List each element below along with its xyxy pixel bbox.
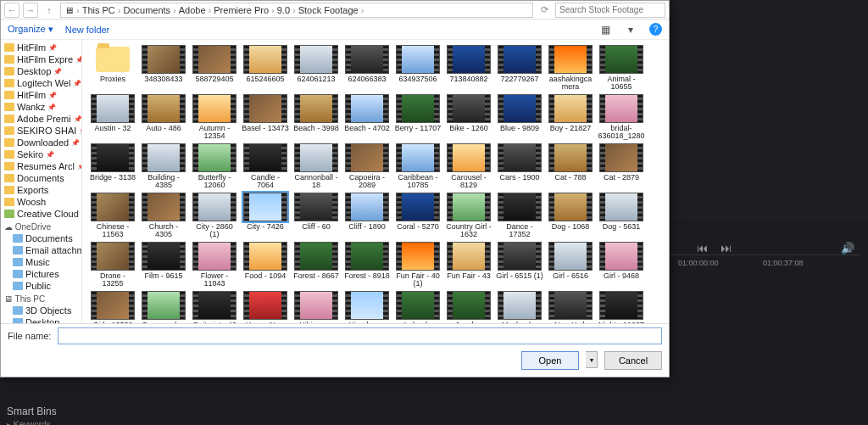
- file-item[interactable]: Cliff - 60: [292, 193, 340, 240]
- file-item[interactable]: New York City - 7260: [547, 291, 594, 323]
- nav-forward-icon[interactable]: →: [23, 3, 38, 18]
- help-icon[interactable]: ?: [649, 23, 662, 36]
- sidebar-item[interactable]: Woosh: [1, 196, 81, 208]
- smart-bins-header[interactable]: Smart Bins: [7, 405, 57, 417]
- cancel-button[interactable]: Cancel: [604, 351, 662, 370]
- file-item[interactable]: 722779267: [496, 45, 543, 92]
- file-item[interactable]: Building - 4385: [140, 143, 187, 191]
- file-item[interactable]: 713840882: [445, 45, 492, 92]
- crumb[interactable]: Stock Footage: [298, 5, 359, 15]
- open-dropdown-icon[interactable]: ▾: [586, 351, 598, 368]
- refresh-icon[interactable]: ⟳: [537, 3, 552, 18]
- file-item[interactable]: Cars - 1900: [496, 143, 543, 191]
- file-item[interactable]: Berry - 11707: [394, 94, 442, 142]
- sidebar-item[interactable]: Wankz📌: [1, 101, 81, 113]
- sidebar-item[interactable]: Exports: [1, 184, 81, 196]
- file-item[interactable]: Hibiscus - 8295: [292, 291, 340, 323]
- sidebar-item-creative[interactable]: Creative Cloud Fil: [1, 208, 81, 220]
- file-item[interactable]: 615246605: [242, 45, 289, 92]
- file-item[interactable]: Fun Fair - 40 (1): [394, 242, 442, 289]
- sidebar-item[interactable]: 3D Objects: [1, 305, 81, 316]
- file-item[interactable]: City - 7426: [242, 193, 289, 240]
- file-item[interactable]: Candle - 7064: [242, 143, 289, 191]
- file-item[interactable]: Jungle - 10807: [445, 291, 492, 323]
- file-item[interactable]: Carousel - 8129: [445, 143, 492, 191]
- file-item[interactable]: Guacamole - 8247: [140, 291, 187, 323]
- file-item[interactable]: Butterfly - 12060: [191, 143, 238, 191]
- organize-menu[interactable]: Organize ▾: [8, 24, 53, 35]
- file-item[interactable]: Chinese - 11563: [89, 193, 136, 240]
- sidebar-onedrive-header[interactable]: ☁ OneDrive: [1, 220, 81, 232]
- file-item[interactable]: Flower - 11043: [191, 242, 238, 289]
- file-item[interactable]: Animal - 10655: [598, 45, 645, 92]
- file-item[interactable]: Ireland - 22913: [394, 291, 442, 323]
- sidebar-thispc-header[interactable]: 🖥 This PC: [1, 292, 81, 305]
- file-item[interactable]: Auto - 486: [140, 94, 187, 142]
- file-item[interactable]: Fun Fair - 43: [445, 242, 492, 289]
- file-item[interactable]: bridal-636018_1280: [598, 94, 645, 142]
- sidebar-item[interactable]: HitFilm📌: [1, 42, 81, 53]
- sidebar-item[interactable]: SEKIRO SHAI📌: [1, 125, 81, 137]
- sidebar-item[interactable]: HitFilm📌: [1, 89, 81, 101]
- file-item[interactable]: Film - 9615: [140, 242, 187, 289]
- sidebar-item[interactable]: HitFilm Expre📌: [1, 53, 81, 65]
- file-item[interactable]: Coral - 5270: [394, 193, 442, 240]
- sidebar-item[interactable]: Pictures: [1, 268, 81, 280]
- sidebar-item[interactable]: Desktop: [1, 316, 81, 323]
- file-item[interactable]: Church - 4305: [140, 193, 187, 240]
- sidebar-item[interactable]: Resumes Arcl📌: [1, 160, 81, 172]
- file-item[interactable]: 624061213: [292, 45, 340, 92]
- sidebar-item[interactable]: Documents: [1, 232, 81, 244]
- file-item[interactable]: 634937506: [394, 45, 442, 92]
- new-folder-button[interactable]: New folder: [65, 25, 110, 35]
- file-item[interactable]: Himalaya - 10107: [343, 291, 391, 323]
- file-item[interactable]: Dog - 1068: [547, 193, 594, 240]
- sidebar-item[interactable]: Documents: [1, 172, 81, 184]
- crumb[interactable]: Documents: [123, 5, 170, 15]
- file-item[interactable]: Dog - 5631: [598, 193, 645, 240]
- file-item[interactable]: Drone - 13255: [89, 242, 136, 289]
- file-item[interactable]: City - 2860 (1): [191, 193, 238, 240]
- open-button[interactable]: Open: [521, 351, 579, 370]
- prev-icon[interactable]: ⏮: [697, 242, 708, 254]
- file-item[interactable]: Happy New Year - 3565: [242, 291, 289, 323]
- file-item[interactable]: Beach - 3998: [292, 94, 340, 142]
- file-item[interactable]: Blue - 9809: [496, 94, 543, 142]
- file-item[interactable]: Forest - 8667: [292, 242, 340, 289]
- file-item[interactable]: Cannonball - 18: [292, 143, 340, 191]
- file-item[interactable]: Girl - 12330: [89, 291, 136, 323]
- file-item[interactable]: Girl - 6516: [547, 242, 594, 289]
- file-item[interactable]: Beach - 4702: [343, 94, 391, 142]
- file-grid[interactable]: Proxies348308433588729405615246605624061…: [82, 40, 669, 323]
- next-icon[interactable]: ⏭: [721, 242, 732, 254]
- nav-up-icon[interactable]: ↑: [42, 3, 57, 18]
- file-item[interactable]: Bridge - 3138: [89, 143, 136, 191]
- file-item[interactable]: 348308433: [140, 45, 187, 92]
- file-item[interactable]: Guitarist - 46: [191, 291, 238, 323]
- sidebar-item[interactable]: Logitech Wel📌: [1, 77, 81, 89]
- file-item[interactable]: Cat - 2879: [598, 143, 645, 191]
- file-item[interactable]: aashakingcamera: [547, 45, 594, 92]
- sidebar-item[interactable]: Desktop📌: [1, 65, 81, 77]
- file-item[interactable]: Dance - 17352: [496, 193, 543, 240]
- file-item[interactable]: Cliff - 1890: [343, 193, 391, 240]
- crumb[interactable]: Premiere Pro: [214, 5, 269, 15]
- file-item[interactable]: Country Girl - 1632: [445, 193, 492, 240]
- sidebar-item[interactable]: Downloaded📌: [1, 137, 81, 148]
- keywords-row[interactable]: Keywords: [7, 420, 51, 425]
- file-item[interactable]: Caribbean - 10785: [394, 143, 442, 191]
- search-input[interactable]: [555, 3, 665, 18]
- file-item[interactable]: Autumn - 12354: [191, 94, 238, 142]
- file-item[interactable]: Macbook - 3576: [496, 291, 543, 323]
- file-item[interactable]: Girl - 9468: [598, 242, 645, 289]
- crumb[interactable]: 9.0: [277, 5, 290, 15]
- sidebar-item[interactable]: Public: [1, 280, 81, 292]
- file-item[interactable]: Food - 1094: [242, 242, 289, 289]
- file-item[interactable]: Basel - 13473: [242, 94, 289, 142]
- nav-back-icon[interactable]: ←: [4, 3, 19, 18]
- folder-item[interactable]: Proxies: [89, 45, 136, 92]
- file-item[interactable]: Boy - 21827: [547, 94, 594, 142]
- file-item[interactable]: Night - 11087: [598, 291, 645, 323]
- file-item[interactable]: 588729405: [191, 45, 238, 92]
- file-item[interactable]: Forest - 8918: [343, 242, 391, 289]
